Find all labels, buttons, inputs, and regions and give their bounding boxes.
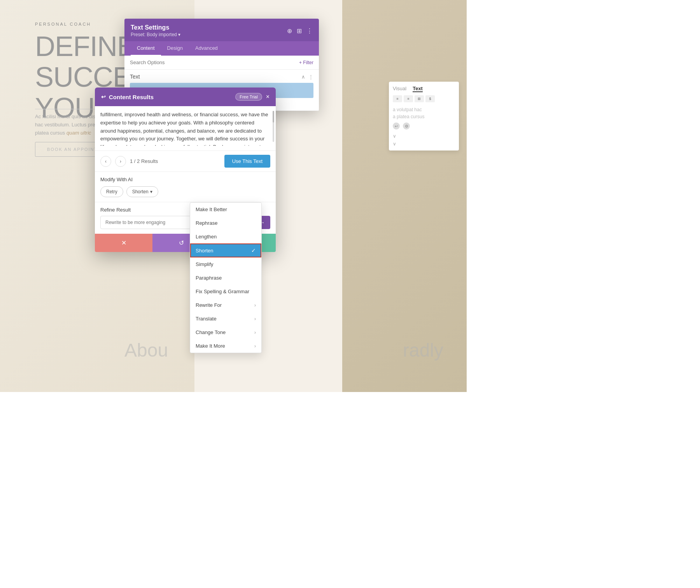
search-input[interactable] bbox=[130, 60, 299, 65]
dropdown-item-lengthen[interactable]: Lengthen bbox=[190, 230, 261, 243]
ts-header-icons: ⊕ ⊞ ⋮ bbox=[287, 27, 313, 35]
dropdown-item-paraphrase[interactable]: Paraphrase bbox=[190, 271, 261, 285]
dropdown-item-shorten[interactable]: Shorten ✓ bbox=[190, 243, 261, 257]
prev-result-button[interactable]: ‹ bbox=[100, 156, 111, 167]
dropdown-item-fix-spelling[interactable]: Fix Spelling & Grammar bbox=[190, 285, 261, 298]
shorten-label: Shorten bbox=[132, 189, 149, 194]
visual-text-panel: Visual Text ≡ ≡ ⊞ $ a volutpat haca plat… bbox=[389, 82, 459, 150]
scrollbar-thumb bbox=[273, 111, 274, 122]
ts-icon-more[interactable]: ⋮ bbox=[306, 27, 313, 35]
table-icon[interactable]: ⊞ bbox=[415, 95, 424, 102]
bg-about-text: Abou bbox=[124, 340, 168, 361]
ts-collapse-icon[interactable]: ∧ bbox=[301, 74, 305, 80]
shorten-button[interactable]: Shorten ▾ bbox=[126, 186, 158, 197]
use-this-text-button[interactable]: Use This Text bbox=[224, 155, 270, 168]
dropdown-item-translate[interactable]: Translate › bbox=[190, 312, 261, 326]
cr-header: ↩ Content Results Free Trial × bbox=[95, 88, 276, 106]
tab-visual[interactable]: Visual bbox=[393, 86, 406, 92]
check-icon: ✓ bbox=[251, 247, 256, 254]
cr-title: Content Results bbox=[109, 94, 154, 100]
result-count: 1 / 2 Results bbox=[130, 158, 220, 164]
align-left-icon[interactable]: ≡ bbox=[393, 95, 402, 102]
modify-label: Modify With AI bbox=[100, 177, 270, 182]
ts-tabs: Content Design Advanced bbox=[124, 41, 319, 56]
settings-icon[interactable]: ⚙ bbox=[403, 122, 410, 130]
align-center-icon[interactable]: ≡ bbox=[404, 95, 413, 102]
editor-toolbar: ≡ ≡ ⊞ $ bbox=[393, 95, 455, 102]
dropdown-item-change-tone[interactable]: Change Tone › bbox=[190, 326, 261, 339]
cr-header-left: ↩ Content Results bbox=[101, 94, 154, 100]
cr-modify-section: Modify With AI Retry Shorten ▾ bbox=[95, 172, 276, 202]
tab-content[interactable]: Content bbox=[131, 41, 161, 56]
ts-section-header: Text ∧ ⋮ bbox=[130, 74, 313, 80]
dropdown-item-make-it-more[interactable]: Make It More › bbox=[190, 339, 261, 353]
shorten-arrow-icon: ▾ bbox=[150, 189, 152, 194]
expand-section-1[interactable]: ∨ bbox=[393, 133, 396, 139]
tab-advanced[interactable]: Advanced bbox=[189, 41, 224, 56]
ts-section-icons: ∧ ⋮ bbox=[301, 74, 313, 80]
cr-text-content: fulfillment, improved health and wellnes… bbox=[100, 111, 270, 146]
cancel-button[interactable]: ✕ bbox=[95, 234, 152, 252]
scrollbar[interactable] bbox=[273, 111, 274, 142]
submenu-arrow-icon: › bbox=[254, 343, 256, 349]
undo-icon[interactable]: ↩ bbox=[393, 122, 400, 130]
next-result-button[interactable]: › bbox=[115, 156, 126, 167]
expand-section-2[interactable]: ∨ bbox=[393, 141, 396, 147]
right-panel-micro-icons: ↩ ⚙ bbox=[393, 122, 455, 130]
shorten-dropdown: Make It Better Rephrase Lengthen Shorten… bbox=[190, 202, 262, 353]
ts-more-icon[interactable]: ⋮ bbox=[308, 74, 313, 80]
right-panel-text: a volutpat haca platea cursus bbox=[393, 106, 455, 120]
submenu-arrow-icon: › bbox=[254, 303, 256, 308]
bg-radly-text: radly bbox=[403, 340, 443, 361]
bg-right-panel bbox=[342, 0, 467, 392]
filter-button[interactable]: + Filter bbox=[299, 60, 313, 65]
dropdown-item-rephrase[interactable]: Rephrase bbox=[190, 216, 261, 230]
ts-icon-layout[interactable]: ⊞ bbox=[297, 27, 302, 35]
retry-button[interactable]: Retry bbox=[100, 186, 123, 197]
ts-section-label: Text bbox=[130, 74, 140, 80]
personal-coach-label: PERSONAL COACH bbox=[35, 22, 91, 26]
submenu-arrow-icon: › bbox=[254, 316, 256, 322]
ts-icon-target[interactable]: ⊕ bbox=[287, 27, 292, 35]
free-trial-badge: Free Trial bbox=[235, 93, 262, 101]
back-arrow-icon[interactable]: ↩ bbox=[101, 94, 106, 100]
dropdown-item-simplify[interactable]: Simplify bbox=[190, 257, 261, 271]
cr-header-right: Free Trial × bbox=[235, 93, 270, 101]
currency-icon[interactable]: $ bbox=[425, 95, 435, 102]
close-button[interactable]: × bbox=[266, 93, 270, 100]
dropdown-item-rewrite-for[interactable]: Rewrite For › bbox=[190, 298, 261, 312]
tab-text[interactable]: Text bbox=[413, 86, 423, 92]
ts-search-bar: + Filter bbox=[124, 56, 319, 70]
visual-text-tabs: Visual Text bbox=[393, 86, 455, 92]
ts-panel-title: Text Settings bbox=[131, 24, 180, 31]
cr-modify-buttons: Retry Shorten ▾ bbox=[100, 186, 270, 197]
submenu-arrow-icon: › bbox=[254, 330, 256, 335]
tab-design[interactable]: Design bbox=[161, 41, 189, 56]
ts-panel-header: Text Settings Preset: Body imported ▾ ⊕ … bbox=[124, 19, 319, 41]
dropdown-item-make-it-better[interactable]: Make It Better bbox=[190, 203, 261, 216]
cr-text-area: fulfillment, improved health and wellnes… bbox=[95, 106, 276, 151]
ts-panel-preset[interactable]: Preset: Body imported ▾ bbox=[131, 32, 180, 37]
cr-nav: ‹ › 1 / 2 Results Use This Text bbox=[95, 151, 276, 172]
